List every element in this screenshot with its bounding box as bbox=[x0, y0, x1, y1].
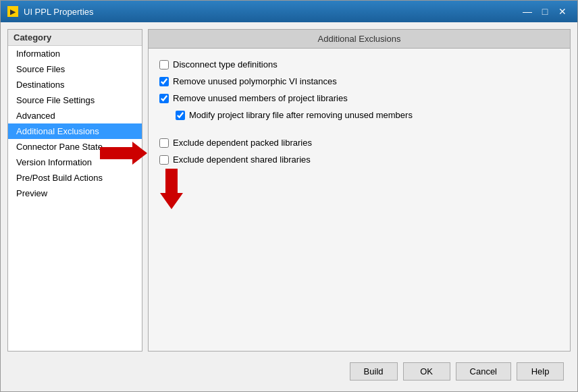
label-remove-unused-members: Remove unused members of project librari… bbox=[173, 93, 348, 103]
sidebar-item-advanced[interactable]: Advanced bbox=[8, 108, 142, 123]
option-remove-unused-polymorphic: Remove unused polymorphic VI instances bbox=[159, 76, 559, 86]
option-exclude-packed: Exclude dependent packed libraries bbox=[159, 138, 559, 148]
label-remove-unused-polymorphic: Remove unused polymorphic VI instances bbox=[173, 76, 337, 86]
spacer bbox=[159, 127, 559, 138]
main-area: Category Information Source Files Destin… bbox=[7, 29, 571, 352]
label-modify-project-library: Modify project library file after removi… bbox=[189, 110, 413, 120]
sidebar-category-header: Category bbox=[8, 30, 142, 46]
title-bar: ▶ UI PPL Properties — □ ✕ bbox=[1, 1, 577, 22]
content-area: Additional Exclusions Disconnect type bbox=[148, 29, 571, 352]
main-window: ▶ UI PPL Properties — □ ✕ Category Infor… bbox=[0, 0, 578, 392]
option-disconnect-type-defs: Disconnect type definitions bbox=[159, 59, 559, 69]
app-icon: ▶ bbox=[7, 6, 18, 17]
content-body: Disconnect type definitions Remove unuse… bbox=[149, 49, 570, 351]
title-bar-left: ▶ UI PPL Properties bbox=[7, 6, 94, 17]
cancel-button[interactable]: Cancel bbox=[456, 362, 511, 381]
content-header: Additional Exclusions bbox=[149, 30, 570, 49]
checkbox-modify-project-library[interactable] bbox=[176, 111, 185, 120]
sidebar: Category Information Source Files Destin… bbox=[7, 29, 142, 352]
sidebar-item-pre-post-build-actions[interactable]: Pre/Post Build Actions bbox=[8, 170, 142, 186]
label-disconnect-type-defs: Disconnect type definitions bbox=[173, 59, 278, 69]
checkbox-disconnect-type-defs[interactable] bbox=[159, 60, 169, 69]
build-button[interactable]: Build bbox=[350, 362, 398, 381]
window-content: Category Information Source Files Destin… bbox=[1, 22, 577, 391]
bottom-bar: Build OK Cancel Help bbox=[7, 358, 571, 385]
svg-marker-1 bbox=[160, 169, 183, 209]
sidebar-item-destinations[interactable]: Destinations bbox=[8, 77, 142, 92]
red-down-arrow-annotation bbox=[160, 169, 183, 209]
svg-marker-0 bbox=[100, 142, 147, 165]
checkbox-exclude-packed[interactable] bbox=[159, 138, 169, 148]
sidebar-item-source-files[interactable]: Source Files bbox=[8, 61, 142, 77]
sidebar-item-information[interactable]: Information bbox=[8, 46, 142, 61]
sidebar-item-additional-exclusions[interactable]: Additional Exclusions bbox=[8, 123, 142, 139]
option-modify-project-library: Modify project library file after removi… bbox=[176, 110, 559, 120]
help-button[interactable]: Help bbox=[517, 362, 564, 381]
ok-button[interactable]: OK bbox=[403, 362, 450, 381]
label-exclude-shared: Exclude dependent shared libraries bbox=[173, 155, 311, 165]
minimize-button[interactable]: — bbox=[519, 5, 535, 18]
option-exclude-shared: Exclude dependent shared libraries bbox=[159, 155, 559, 165]
checkbox-remove-unused-members[interactable] bbox=[159, 94, 169, 103]
red-right-arrow-annotation bbox=[100, 142, 147, 165]
close-button[interactable]: ✕ bbox=[554, 5, 571, 18]
sidebar-item-source-file-settings[interactable]: Source File Settings bbox=[8, 92, 142, 108]
window-title: UI PPL Properties bbox=[24, 7, 94, 17]
checkbox-exclude-shared[interactable] bbox=[159, 155, 169, 165]
title-bar-controls: — □ ✕ bbox=[519, 5, 571, 18]
maximize-button[interactable]: □ bbox=[537, 5, 553, 18]
checkbox-remove-unused-polymorphic[interactable] bbox=[159, 77, 169, 86]
sidebar-item-preview[interactable]: Preview bbox=[8, 186, 142, 201]
label-exclude-packed: Exclude dependent packed libraries bbox=[173, 138, 312, 148]
option-remove-unused-members: Remove unused members of project librari… bbox=[159, 93, 559, 103]
